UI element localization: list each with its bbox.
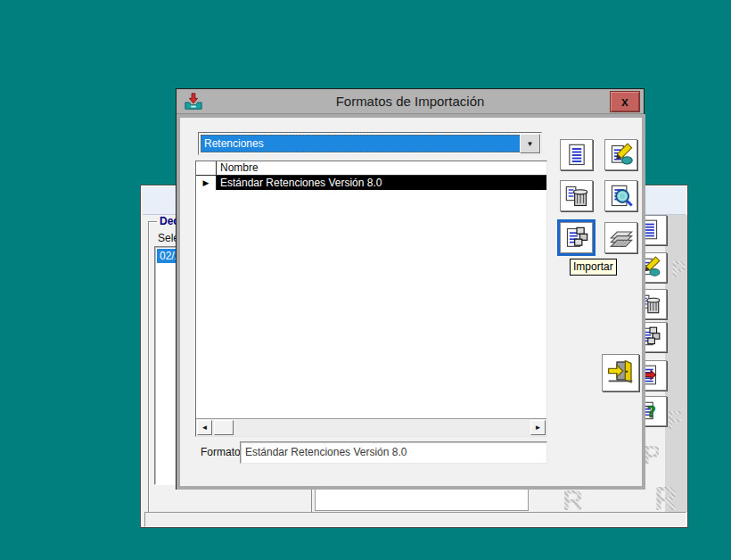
desktop: P F ZP R R Dec Sele 02/2 — [0, 0, 731, 560]
watermark-letter: R — [563, 486, 581, 515]
grid-row-value[interactable]: Estándar Retenciones Versión 8.0 — [217, 176, 546, 190]
svg-text:?: ? — [647, 403, 656, 421]
grid-selector-header — [196, 161, 217, 175]
scroll-right-icon[interactable]: ► — [530, 420, 546, 435]
grid-row[interactable]: ▶ Estándar Retenciones Versión 8.0 — [196, 176, 546, 190]
trash-icon — [564, 184, 589, 209]
dialog-title: Formatos de Importación — [177, 94, 644, 109]
chevron-down-icon[interactable]: ▼ — [520, 134, 540, 153]
formats-grid[interactable]: Nombre ▶ Estándar Retenciones Versión 8.… — [195, 161, 547, 437]
watermark-letter: R — [654, 483, 676, 515]
exit-button[interactable] — [602, 354, 639, 391]
formats-import-dialog: Formatos de Importación x Retenciones ▼ … — [176, 88, 645, 490]
edit-format-button[interactable] — [604, 139, 637, 170]
watermark-letter: F — [667, 407, 681, 433]
edit-pencil-icon — [609, 143, 634, 168]
document-icon — [564, 143, 589, 168]
magnifier-icon — [609, 184, 634, 209]
scrollbar-thumb[interactable] — [214, 420, 234, 435]
row-marker-icon: ▶ — [196, 176, 217, 190]
import-boxes-icon — [564, 226, 589, 251]
grid-header-nombre: Nombre — [220, 161, 259, 175]
delete-format-button[interactable] — [560, 180, 593, 211]
background-text-field[interactable] — [315, 487, 529, 511]
combobox-selected-value: Retenciones — [201, 135, 522, 152]
preview-format-button[interactable] — [604, 180, 637, 211]
grid-header-row: Nombre — [196, 161, 546, 176]
horizontal-scrollbar[interactable]: ◄ ► — [196, 418, 546, 436]
document-button[interactable] — [560, 139, 593, 170]
format-category-combobox[interactable]: Retenciones ▼ — [198, 132, 542, 155]
close-button[interactable]: x — [610, 91, 640, 112]
import-tooltip: Importar — [570, 259, 617, 276]
dialog-titlebar[interactable]: Formatos de Importación x — [177, 89, 644, 114]
scroll-left-icon[interactable]: ◄ — [197, 420, 212, 435]
formato-field[interactable]: Estándar Retenciones Versión 8.0 — [240, 441, 547, 464]
import-button[interactable] — [560, 222, 593, 253]
copy-format-button[interactable] — [604, 222, 637, 253]
copies-icon — [609, 226, 634, 251]
formato-label: Formato: — [201, 446, 243, 458]
exit-door-icon — [606, 358, 635, 387]
status-bar — [144, 512, 686, 527]
watermark-letter: P — [671, 258, 685, 281]
